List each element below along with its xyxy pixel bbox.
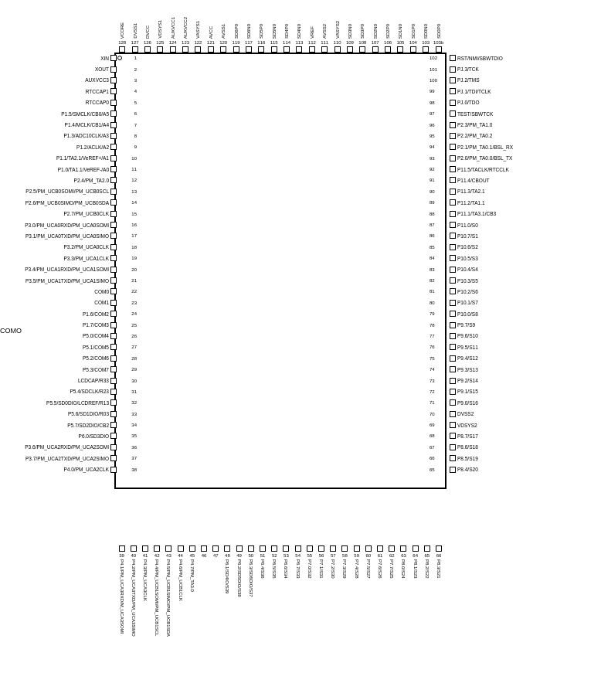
pin-box (424, 545, 430, 552)
pin-num: 54 (295, 553, 300, 558)
top-pin-128: VCORE 128 (117, 22, 127, 53)
pin-num: 114 (283, 40, 290, 45)
left-pin-2: XOUT 2 (0, 63, 120, 74)
pin-label: AVSS1 (221, 24, 226, 39)
pin-label: P9.5/S11 (457, 345, 478, 350)
pin-num: 5 (134, 100, 137, 105)
left-pin-38: P4.0/PM_UCA2CLK 38 (0, 464, 120, 474)
pin-box (157, 46, 163, 53)
pin-num: 22 (131, 289, 137, 294)
pin-num: 59 (354, 553, 359, 558)
pin-label: P2.3/PM_TA1.0 (457, 122, 492, 127)
right-pin-71: 71 P9.0/S16 (447, 397, 601, 408)
pin-label: AUXVCC3 (85, 77, 109, 83)
pin-box (334, 46, 341, 53)
pin-label: SD6N0 (246, 24, 251, 39)
pin-label: SD0N0 (423, 24, 428, 39)
pin-label: P9.6/S10 (457, 333, 478, 338)
pin-box (410, 46, 416, 53)
pin-num: 6 (134, 111, 137, 116)
left-pin-12: P2.4/PM_TA2.0 12 (0, 175, 120, 185)
pin-num: 58 (342, 553, 348, 558)
bottom-pin-42: 42 P4.4/PM_UCB1SOMI/PM_UCB1SCL (151, 545, 162, 636)
left-pin-19: P3.3/PM_UCA1CLK 19 (0, 253, 120, 263)
pin-num: 124 (169, 40, 177, 45)
pin-label: P9.4/S12 (457, 355, 478, 361)
pin-box (450, 233, 456, 239)
pin-box (110, 467, 117, 473)
pin-box (450, 66, 456, 73)
top-pin-103: SD0N0 103 (420, 24, 431, 53)
pin-label: P3.3/PM_UCA1CLK (63, 256, 109, 261)
right-pin-87: 87 P11.0/S0 (447, 219, 601, 230)
pin-box (110, 300, 117, 306)
pin-box (110, 322, 117, 328)
right-pin-82: 82 P10.3/S5 (447, 275, 601, 286)
pin-box (283, 545, 289, 552)
pin-num: 117 (245, 40, 253, 45)
pin-num: 102 (430, 56, 437, 60)
left-pin-28: P5.2/COM6 28 (0, 353, 120, 364)
pin-label: P11.1/TA3.1/CB3 (457, 211, 496, 216)
pin-num: 122 (194, 40, 202, 45)
left-pin-13: P2.5/PM_UCB0SOMI/PM_UCB0SCL 13 (0, 186, 120, 197)
pin-num: 103 (422, 40, 430, 45)
pin-label: P7.0/S32 (307, 559, 312, 579)
top-pin-107: SD2N0 107 (370, 24, 381, 53)
left-pin-24: P1.6/COM2 24 (0, 308, 120, 319)
pin-num: 39 (119, 553, 124, 558)
pin-box (450, 322, 456, 328)
pin-num: 34 (131, 423, 137, 427)
pin-label: SD5N0 (272, 24, 277, 39)
pin-box (110, 88, 117, 94)
top-pin-119: SD6P0 119 (231, 24, 242, 53)
pin-label: P6.5/S35 (272, 559, 277, 579)
pin-box (248, 545, 254, 552)
pin-label: P7.6/S26 (378, 559, 382, 579)
right-pin-95: 95 P2.2/PM_TA0.2 (447, 131, 601, 141)
pin-label: RST/NMI/SBWTDIO (457, 56, 503, 61)
pin-box (110, 155, 117, 161)
pin-label: P2.2/PM_TA0.2 (457, 133, 492, 138)
pin-num: 63 (401, 553, 406, 558)
pin-box (450, 433, 456, 439)
pin-label: P7.2/S30 (331, 559, 335, 579)
pin-label: VASYS1 (195, 21, 200, 39)
pin-num: 27 (131, 345, 137, 349)
bottom-pin-49: 49 P6.2/SD5DIO/S38 (234, 545, 245, 597)
pin-box (436, 46, 442, 53)
pin-label: P4.1/PM_UCA3RXD/M_UCA3SOMI (120, 559, 124, 634)
pin-box (450, 222, 456, 228)
pin-num: 66 (436, 553, 442, 558)
pin-num: 89 (430, 200, 435, 205)
pin-box (110, 399, 117, 406)
pin-box (110, 66, 117, 73)
pin-box (110, 366, 117, 372)
pin-box (321, 46, 328, 53)
right-pin-72: 72 P9.1/S15 (447, 386, 601, 397)
pin-label: SD3P0 (360, 24, 365, 39)
pin-box (258, 46, 264, 53)
pin-num: 91 (430, 178, 435, 182)
pin-box (110, 233, 117, 239)
pin-num: 70 (430, 412, 435, 416)
pin-label: P2.5/PM_UCB0SOMI/PM_UCB0SCL (25, 189, 109, 194)
pin-label: SD5P0 (259, 24, 263, 39)
pin-box (318, 545, 324, 552)
left-pin-3: AUXVCC3 3 (0, 75, 120, 86)
pin-label: P9.3/S13 (457, 367, 478, 372)
pin-box (450, 155, 456, 161)
pin-num: 96 (430, 123, 435, 127)
pin-box (436, 545, 442, 552)
pin-label: P5.7/SD2DIO/CB2 (67, 423, 109, 428)
pin-label: P3.0/PM_UCA0RXD/PM_UCA0SOMI (25, 223, 109, 228)
bottom-pin-41: 41 P4.3/PM_UCA3CLK (140, 545, 151, 601)
pin-label: P8.6/S18 (457, 444, 478, 450)
left-pin-32: P5.5/SD0DIO/LCDREF/R13 32 (0, 397, 120, 408)
pin-box (110, 255, 117, 261)
right-pin-73: 73 P9.2/S14 (447, 375, 601, 386)
pin-num: 83 (430, 267, 435, 272)
pin-num: 55 (307, 553, 313, 558)
pin-box (450, 55, 456, 61)
pin-num: 35 (131, 433, 137, 438)
